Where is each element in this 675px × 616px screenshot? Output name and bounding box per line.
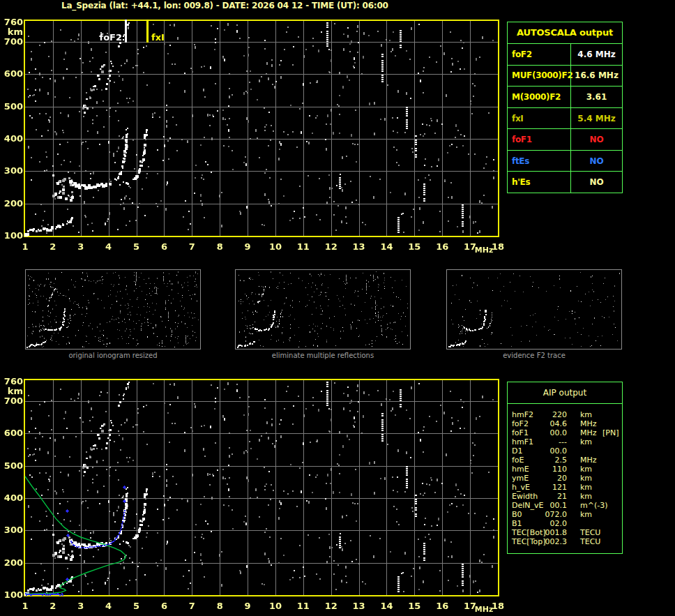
aip-row-b0: B0072.0km	[508, 510, 622, 519]
aip-value: 072.0	[527, 510, 567, 519]
ionogram-plot-bottom	[0, 373, 505, 616]
aip-param: foF1	[512, 428, 529, 437]
autoscala-param-label: M(3000)F2	[508, 87, 570, 107]
aip-unit: MHz	[580, 419, 597, 428]
thumbnail-caption-eliminate: eliminate multiple reflections	[235, 352, 411, 359]
aip-unit: MHz	[580, 428, 597, 437]
aip-row-fof2: foF204.6MHz	[508, 419, 622, 428]
aip-row-hve: h_vE121km	[508, 483, 622, 492]
aip-value: 00.1	[527, 501, 567, 510]
autoscala-param-value: NO	[570, 129, 622, 150]
aip-value: 001.8	[527, 528, 567, 537]
autoscala-rows: foF24.6 MHzMUF(3000)F216.6 MHzM(3000)F23…	[508, 44, 622, 193]
aip-value: 00.0	[527, 428, 567, 437]
autoscala-header: AUTOSCALA output	[508, 22, 622, 44]
aip-value: 02.0	[527, 519, 567, 528]
aip-row-hmf2: hmF2220km	[508, 410, 622, 419]
aip-param: B1	[512, 519, 522, 528]
aip-value: ---	[527, 437, 567, 446]
page-title: La_Spezia (lat: +44.1, lon: 009.8) - DAT…	[61, 1, 388, 10]
aip-unit: TECU	[580, 528, 600, 537]
thumbnail-eliminate-reflections	[235, 269, 411, 350]
thumbnail-evidence-f2	[446, 269, 622, 350]
aip-row-yme: ymE20km	[508, 474, 622, 483]
aip-row-tecbot: TEC[Bot]001.8TECU	[508, 528, 622, 537]
thumbnail-original-ionogram	[25, 269, 201, 350]
aip-param: D1	[512, 446, 522, 456]
autoscala-row-m3000f2: M(3000)F23.61	[508, 87, 622, 108]
autoscala-param-label: ftEs	[508, 151, 570, 172]
aip-unit: km	[580, 474, 592, 483]
autoscala-param-value: NO	[570, 151, 622, 172]
autoscala-param-value: 3.61	[570, 87, 622, 107]
aip-unit: km	[580, 465, 592, 474]
autoscala-row-hes: h'EsNO	[508, 172, 622, 193]
autoscala-param-value: 5.4 MHz	[570, 108, 622, 129]
thumbnail-eliminate-canvas	[236, 270, 410, 349]
aip-row-b1: B102.0	[508, 519, 622, 528]
aip-param: foE	[512, 456, 524, 465]
thumbnail-original-canvas	[26, 270, 200, 349]
aip-unit: MHz	[580, 456, 597, 465]
aip-value: 21	[527, 492, 567, 501]
autoscala-param-value: NO	[570, 172, 622, 193]
aip-rows: hmF2220kmfoF204.6MHzfoF100.0MHz[PN]hmF1-…	[508, 404, 622, 546]
aip-unit: km	[580, 410, 592, 419]
autoscala-param-label: MUF(3000)F2	[508, 66, 570, 87]
aip-row-delnve: DelN_vE00.1m^(-3)	[508, 501, 622, 510]
autoscala-row-muf3000f2: MUF(3000)F216.6 MHz	[508, 66, 622, 87]
aip-row-hmf1: hmF1---km	[508, 437, 622, 446]
autoscala-output-panel: AUTOSCALA output foF24.6 MHzMUF(3000)F21…	[507, 22, 623, 193]
aip-unit: km	[580, 437, 592, 446]
autoscala-param-label: foF2	[508, 44, 570, 65]
autoscala-row-fof2: foF24.6 MHz	[508, 44, 622, 66]
aip-param: hmE	[512, 465, 529, 474]
aip-row-fof1: foF100.0MHz[PN]	[508, 428, 622, 437]
ionogram-plot-top	[0, 14, 505, 260]
aip-row-tectop: TEC[Top]002.3TECU	[508, 537, 622, 546]
aip-row-ewidth: Ewidth21km	[508, 492, 622, 501]
aip-param: foF2	[512, 419, 529, 428]
aip-value: 04.6	[527, 419, 567, 428]
aip-param: B0	[512, 510, 522, 519]
autoscala-param-label: foF1	[508, 129, 570, 150]
aip-value: 220	[527, 410, 567, 419]
autoscala-param-label: h'Es	[508, 172, 570, 193]
aip-value: 2.5	[527, 456, 567, 465]
aip-unit: TECU	[580, 537, 600, 546]
aip-value: 121	[527, 483, 567, 492]
autoscala-param-value: 16.6 MHz	[570, 66, 622, 87]
aip-value: 110	[527, 465, 567, 474]
aip-value: 00.0	[527, 446, 567, 456]
thumbnail-evidence-canvas	[447, 270, 621, 349]
aip-unit: km	[580, 492, 592, 501]
aip-output-panel: AIP output hmF2220kmfoF204.6MHzfoF100.0M…	[507, 382, 623, 554]
aip-value: 002.3	[527, 537, 567, 546]
aip-note: [PN]	[602, 428, 619, 437]
thumbnail-caption-evidence: evidence F2 trace	[446, 352, 622, 359]
aip-row-hme: hmE110km	[508, 465, 622, 474]
aip-unit: m^(-3)	[580, 501, 607, 510]
autoscala-row-ftes: ftEsNO	[508, 151, 622, 172]
aip-row-d1: D100.0	[508, 446, 622, 456]
autoscala-param-label: fxI	[508, 108, 570, 129]
autoscala-param-value: 4.6 MHz	[570, 44, 622, 65]
aip-unit: km	[580, 510, 592, 519]
aip-param: ymE	[512, 474, 529, 483]
autoscala-row-fof1: foF1NO	[508, 129, 622, 151]
aip-unit: km	[580, 483, 592, 492]
aip-header: AIP output	[508, 382, 622, 404]
aip-value: 20	[527, 474, 567, 483]
aip-row-foe: foE2.5MHz	[508, 456, 622, 465]
thumbnail-caption-original: original ionogram resized	[25, 352, 201, 359]
autoscala-row-fxi: fxI5.4 MHz	[508, 108, 622, 130]
